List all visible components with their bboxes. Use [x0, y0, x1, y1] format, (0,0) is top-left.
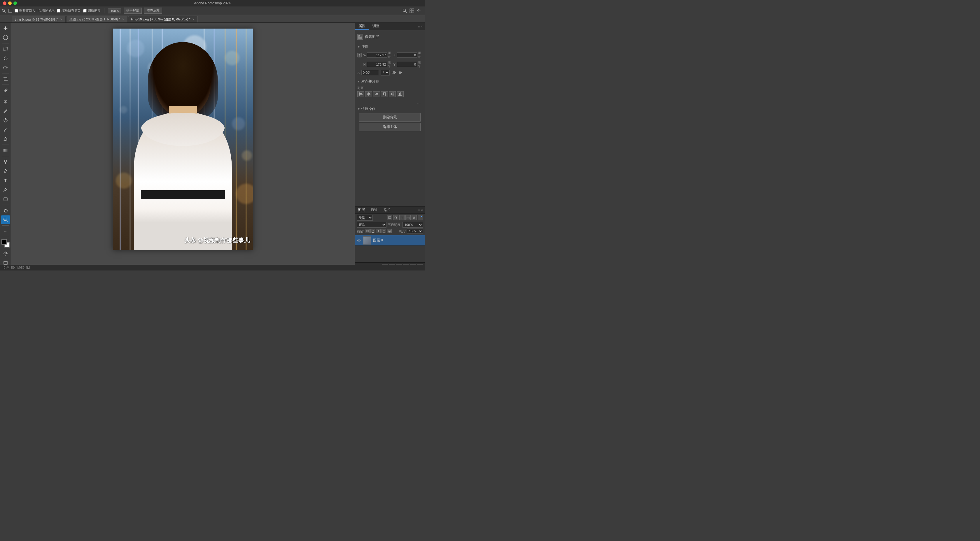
gradient-tool[interactable] [1, 146, 10, 155]
layer-filter-type-select[interactable]: 类型 [357, 215, 373, 221]
quick-select-tool[interactable] [1, 63, 10, 72]
select-subject-button[interactable]: 选择主体 [359, 123, 421, 131]
align-center-h-button[interactable] [365, 91, 372, 97]
tab-timg9[interactable]: timg-9.jpeg @ 66.7%(RGB/8#) ✕ [12, 16, 65, 22]
pen-tool[interactable] [1, 167, 10, 176]
panel-close-icon[interactable]: × [421, 24, 423, 29]
micro-zoom-checkbox[interactable] [83, 9, 87, 13]
tab-timg10[interactable]: timg-10.jpeg @ 33.3% (图层 0, RGB/8#) * ✕ [128, 16, 198, 22]
lock-all-button[interactable] [387, 229, 392, 233]
hand-tool[interactable] [1, 206, 10, 215]
opacity-select[interactable]: 100% [402, 222, 423, 228]
remove-bg-button[interactable]: 删除背景 [359, 113, 421, 122]
svg-rect-64 [414, 217, 415, 218]
healing-tool[interactable] [1, 97, 10, 106]
artboard-tool[interactable] [1, 33, 10, 42]
lock-transparency-button[interactable] [365, 229, 369, 233]
brush-tool[interactable] [1, 107, 10, 116]
tab-channels[interactable]: 通道 [368, 207, 381, 213]
svg-rect-51 [383, 93, 384, 95]
eraser-tool[interactable] [1, 135, 10, 143]
lasso-tool[interactable] [1, 54, 10, 63]
fit-window-checkbox[interactable] [14, 9, 18, 13]
flip-h-icon[interactable] [391, 71, 396, 75]
path-select-tool[interactable] [1, 186, 10, 194]
text-tool[interactable]: T [1, 176, 10, 185]
lock-position-button[interactable] [376, 229, 381, 233]
eyedropper-tool[interactable] [1, 86, 10, 95]
layers-panel-icons: ≡ × [418, 208, 425, 212]
zoom-all-checkbox[interactable] [57, 9, 60, 13]
minimize-window-button[interactable] [8, 2, 12, 5]
angle-unit-select[interactable]: ° [381, 70, 390, 76]
fit-screen-button[interactable]: 适合屏幕 [124, 8, 142, 14]
fill-select[interactable]: 100% [407, 228, 423, 234]
adjustment-layer-filter-icon[interactable] [393, 215, 398, 221]
crop-tool[interactable] [1, 75, 10, 83]
tab-timg9-close[interactable]: ✕ [60, 18, 62, 21]
clone-tool[interactable] [1, 116, 10, 125]
align-center-v-button[interactable] [389, 91, 396, 97]
maximize-window-button[interactable] [13, 2, 17, 5]
history-brush-tool[interactable] [1, 125, 10, 134]
transform-label: 变换 [361, 44, 368, 49]
foreground-color[interactable] [2, 239, 7, 244]
layers-options-icon[interactable]: ≡ [418, 208, 420, 212]
opt-zoom-all[interactable]: 缩放所有窗口 [57, 8, 81, 13]
smart-object-filter-icon[interactable] [412, 215, 417, 221]
more-options[interactable]: ··· [357, 101, 422, 106]
tab-layers[interactable]: 图层 [355, 207, 368, 213]
h-unit: 厘米 [388, 60, 392, 68]
lock-image-button[interactable] [371, 229, 375, 233]
svg-rect-43 [360, 94, 363, 95]
more-tools[interactable]: ··· [1, 227, 10, 235]
marquee-tool[interactable] [1, 44, 10, 53]
shape-layer-filter-icon[interactable] [406, 215, 410, 221]
tab-timg10-close[interactable]: ✕ [192, 18, 194, 21]
foreground-background-colors[interactable] [2, 239, 10, 247]
tab-paths[interactable]: 路径 [381, 207, 393, 213]
tab-properties[interactable]: 属性 [355, 23, 369, 30]
zoom-100-button[interactable]: 100% [108, 8, 121, 13]
layer-0-visibility-toggle[interactable] [357, 238, 361, 243]
main-layout: T ··· [0, 23, 425, 271]
opt-fit-window[interactable]: 调整窗口大小以满屏显示 [14, 8, 54, 13]
link-wh-button[interactable] [357, 53, 362, 57]
close-window-button[interactable] [3, 2, 6, 5]
tab-adjustments[interactable]: 调整 [369, 23, 383, 30]
grid-icon[interactable] [409, 8, 414, 13]
flip-v-icon[interactable] [398, 71, 402, 75]
align-right-edges-button[interactable] [373, 91, 380, 97]
options-bar: 调整窗口大小以满屏显示 缩放所有窗口 细微缩放 100% 适合屏幕 填充屏幕 [0, 6, 425, 15]
move-tool[interactable] [1, 24, 10, 33]
tab-original[interactable]: 原图.jpg @ 200% (图层 1, RGB/8) * ✕ [66, 16, 127, 22]
fill-screen-button[interactable]: 填充屏幕 [144, 8, 162, 14]
opt-micro-zoom[interactable]: 细微缩放 [83, 8, 100, 13]
panel-options-icon[interactable]: ≡ [418, 24, 420, 29]
properties-panel: 像素图层 ▼ 变换 W [355, 30, 425, 206]
lock-artboard-button[interactable] [382, 229, 386, 233]
tab-original-close[interactable]: ✕ [122, 18, 124, 21]
share-icon[interactable] [417, 8, 421, 13]
blend-mode-select[interactable]: 正常 [357, 222, 387, 228]
x-label: X [393, 53, 396, 57]
x-unit: 厘米 [418, 51, 422, 59]
align-top-edges-button[interactable] [381, 91, 388, 97]
pixel-layer-filter-icon[interactable] [387, 215, 392, 221]
align-left-edges-button[interactable] [357, 91, 364, 97]
layer-item-0[interactable]: 图层 0 [355, 235, 425, 246]
w-input[interactable] [367, 52, 387, 58]
dodge-tool[interactable] [1, 157, 10, 166]
shape-tool[interactable] [1, 195, 10, 203]
y-input[interactable] [397, 62, 417, 67]
layers-close-icon[interactable]: × [421, 208, 423, 212]
h-input[interactable] [367, 62, 387, 67]
angle-input[interactable] [361, 70, 379, 75]
align-bottom-edges-button[interactable] [397, 91, 404, 97]
quick-mask-toggle[interactable] [1, 249, 10, 258]
layer-0-name: 图层 0 [373, 238, 383, 243]
type-layer-filter-icon[interactable]: T [399, 215, 404, 221]
zoom-tool[interactable] [1, 216, 10, 224]
x-input[interactable] [397, 52, 417, 58]
search-icon[interactable] [402, 8, 407, 13]
